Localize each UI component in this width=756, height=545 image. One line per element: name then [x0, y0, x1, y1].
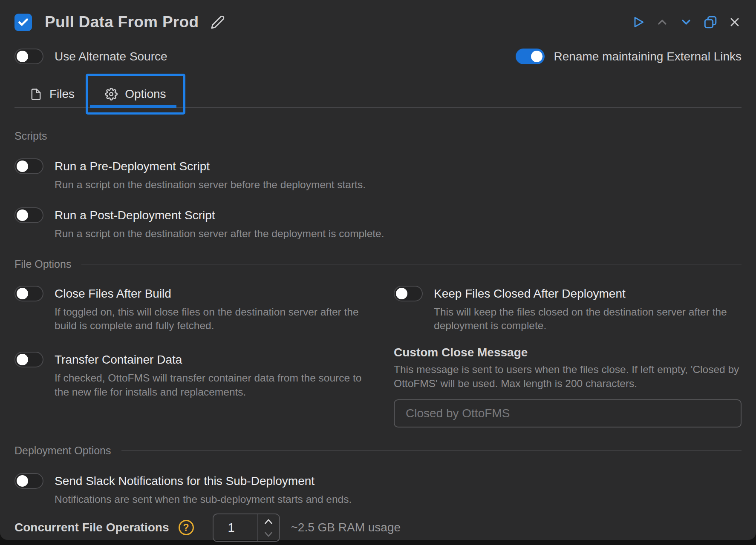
- tab-bar: Files Options: [14, 74, 742, 115]
- toggle-knob: [396, 288, 407, 299]
- move-down-button[interactable]: [679, 15, 693, 29]
- use-alternate-source-toggle[interactable]: [14, 49, 43, 64]
- slack-notifications-description: Notifications are sent when the sub-depl…: [55, 493, 352, 507]
- slack-notifications-row: Send Slack Notifications for this Sub-De…: [14, 473, 742, 507]
- file-options-section-label: File Options: [14, 258, 71, 270]
- chevron-down-icon: [679, 15, 693, 29]
- keep-files-closed-label: Keep Files Closed After Deployment: [434, 286, 742, 301]
- keep-files-closed-toggle[interactable]: [394, 286, 423, 301]
- toggle-knob: [531, 51, 542, 62]
- use-alternate-source-group: Use Alternate Source: [14, 49, 167, 64]
- close-files-row: Close Files After Build If toggled on, t…: [14, 286, 372, 333]
- slack-notifications-toggle[interactable]: [14, 473, 43, 489]
- edit-title-button[interactable]: [211, 15, 225, 29]
- pencil-icon: [211, 15, 225, 29]
- gear-icon: [105, 88, 118, 100]
- rename-external-links-label: Rename maintaining External Links: [554, 50, 742, 63]
- toggle-knob: [17, 475, 28, 487]
- toggle-knob: [17, 288, 28, 299]
- sub-deployment-checkbox[interactable]: [14, 14, 32, 31]
- help-glyph: ?: [183, 522, 189, 534]
- toggle-knob: [17, 354, 28, 365]
- file-options-right-column: Keep Files Closed After Deployment This …: [394, 286, 742, 427]
- pre-deployment-script-row: Run a Pre-Deployment Script Run a script…: [14, 158, 742, 192]
- ram-usage-note: ~2.5 GB RAM usage: [291, 521, 401, 534]
- file-options-grid: Close Files After Build If toggled on, t…: [14, 286, 742, 427]
- close-files-after-build-description: If toggled on, this will close files on …: [55, 305, 368, 333]
- keep-files-closed-row: Keep Files Closed After Deployment This …: [394, 286, 742, 333]
- concurrent-operations-stepper: [213, 513, 280, 542]
- transfer-container-data-label: Transfer Container Data: [55, 352, 372, 367]
- pre-deployment-script-label: Run a Pre-Deployment Script: [55, 158, 366, 174]
- post-deployment-script-row: Run a Post-Deployment Script Run a scrip…: [14, 207, 742, 241]
- close-icon: [728, 15, 742, 29]
- top-toggle-row: Use Alternate Source Rename maintaining …: [14, 49, 742, 64]
- move-up-button[interactable]: [655, 15, 669, 29]
- close-files-after-build-label: Close Files After Build: [55, 286, 368, 301]
- file-icon: [30, 88, 42, 100]
- custom-close-message-title: Custom Close Message: [394, 346, 742, 359]
- rename-links-group: Rename maintaining External Links: [516, 49, 742, 64]
- concurrent-operations-label: Concurrent File Operations: [14, 521, 169, 534]
- toggle-knob: [17, 51, 28, 62]
- deployment-options-section-label: Deployment Options: [14, 445, 111, 457]
- custom-close-message-description: This message is sent to users when the f…: [394, 363, 742, 391]
- concurrent-operations-input[interactable]: [214, 514, 258, 541]
- run-deployment-button[interactable]: [632, 15, 645, 29]
- tab-options[interactable]: Options: [86, 74, 185, 115]
- stepper-buttons: [258, 514, 279, 541]
- custom-close-message-input[interactable]: [394, 399, 742, 427]
- post-deployment-script-toggle[interactable]: [14, 207, 43, 223]
- post-deployment-script-label: Run a Post-Deployment Script: [55, 207, 384, 223]
- transfer-container-data-description: If checked, OttoFMS will transfer contai…: [55, 371, 372, 399]
- close-panel-button[interactable]: [728, 15, 742, 29]
- deployment-config-panel: Pull Data From Prod Use Altern: [0, 0, 756, 540]
- copy-icon: [703, 15, 718, 29]
- scripts-section-header: Scripts: [14, 130, 742, 142]
- toggle-knob: [17, 161, 28, 172]
- transfer-container-row: Transfer Container Data If checked, Otto…: [14, 352, 372, 399]
- concurrent-operations-row: Concurrent File Operations ? ~2.5 GB RAM…: [14, 513, 742, 542]
- stepper-up-icon: [263, 517, 274, 525]
- chevron-up-icon: [655, 15, 669, 29]
- stepper-increment-button[interactable]: [258, 514, 279, 528]
- active-tab-underline: [90, 105, 176, 108]
- checkmark-icon: [17, 17, 29, 28]
- stepper-decrement-button[interactable]: [258, 528, 279, 541]
- file-options-left-column: Close Files After Build If toggled on, t…: [14, 286, 372, 427]
- keep-files-closed-description: This will keep the files closed on the d…: [434, 305, 742, 333]
- duplicate-button[interactable]: [703, 15, 718, 29]
- tab-files-label: Files: [49, 87, 75, 101]
- pre-deployment-script-toggle[interactable]: [14, 158, 43, 174]
- panel-header: Pull Data From Prod: [14, 0, 742, 32]
- toggle-knob: [17, 209, 28, 221]
- transfer-container-data-toggle[interactable]: [14, 352, 43, 367]
- play-icon: [632, 15, 645, 29]
- custom-close-message-block: Custom Close Message This message is sen…: [394, 346, 742, 427]
- help-icon[interactable]: ?: [179, 520, 194, 535]
- page-title: Pull Data From Prod: [45, 13, 199, 31]
- slack-notifications-label: Send Slack Notifications for this Sub-De…: [55, 473, 352, 489]
- post-deployment-script-description: Run a script on the destination server a…: [55, 227, 384, 241]
- header-actions: [632, 15, 742, 29]
- pre-deployment-script-description: Run a script on the destination server b…: [55, 178, 366, 192]
- tab-options-label: Options: [125, 87, 166, 101]
- rename-external-links-toggle[interactable]: [516, 49, 545, 64]
- file-options-section-header: File Options: [14, 258, 742, 270]
- scripts-section-label: Scripts: [14, 130, 47, 142]
- tab-files[interactable]: Files: [19, 74, 86, 115]
- use-alternate-source-label: Use Alternate Source: [55, 50, 167, 63]
- close-files-after-build-toggle[interactable]: [14, 286, 43, 301]
- stepper-down-icon: [263, 530, 274, 539]
- deployment-options-section-header: Deployment Options: [14, 445, 742, 457]
